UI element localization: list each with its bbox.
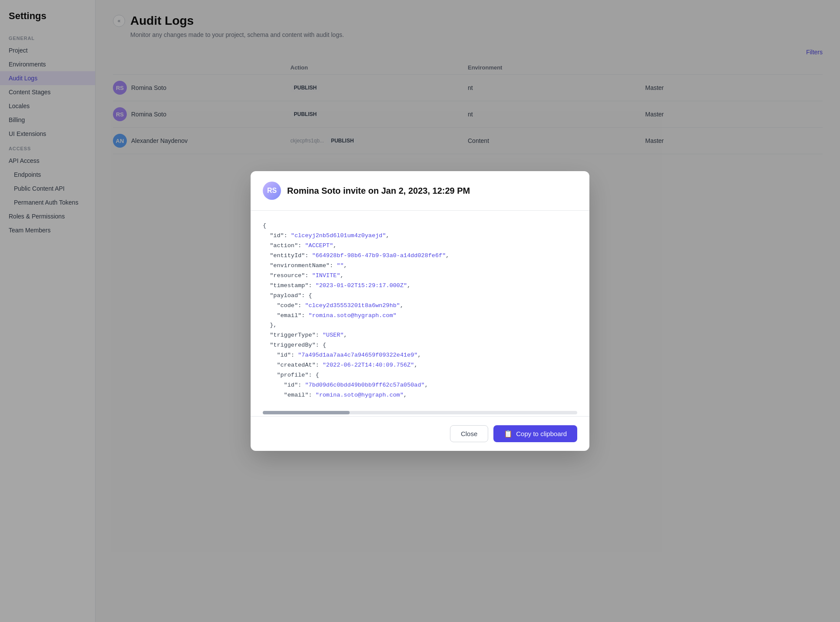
modal-avatar: RS — [263, 182, 281, 200]
modal-header: RS Romina Soto invite on Jan 2, 2023, 12… — [251, 171, 589, 211]
close-button[interactable]: Close — [450, 425, 488, 442]
modal-overlay[interactable]: RS Romina Soto invite on Jan 2, 2023, 12… — [0, 0, 840, 622]
clipboard-icon: 📋 — [504, 430, 513, 438]
modal: RS Romina Soto invite on Jan 2, 2023, 12… — [251, 171, 589, 451]
modal-footer: Close 📋 Copy to clipboard — [251, 416, 589, 451]
modal-code-area[interactable]: { "id": "clceyj2nb5d6l01um4z0yaejd", "ac… — [251, 211, 589, 411]
copy-to-clipboard-button[interactable]: 📋 Copy to clipboard — [493, 425, 577, 442]
code-block: { "id": "clceyj2nb5d6l01um4z0yaejd", "ac… — [263, 221, 577, 400]
modal-title: Romina Soto invite on Jan 2, 2023, 12:29… — [287, 186, 470, 196]
copy-label: Copy to clipboard — [516, 430, 567, 437]
scroll-indicator — [263, 411, 577, 414]
